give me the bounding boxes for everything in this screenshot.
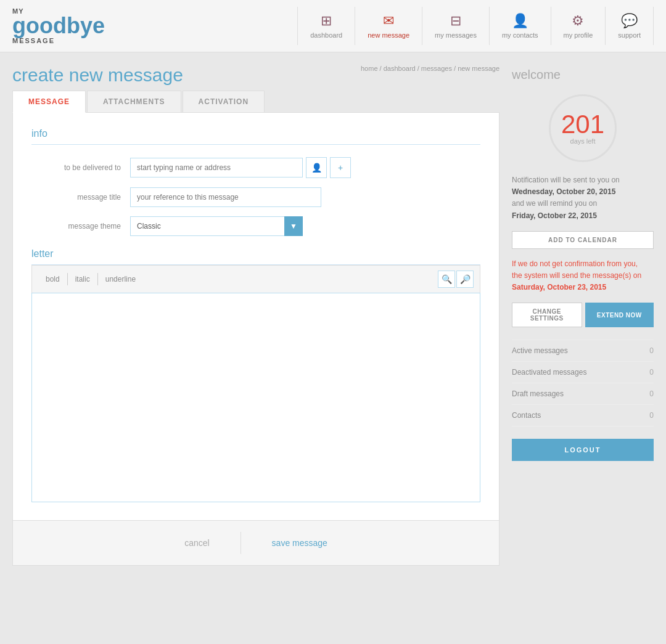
change-settings-button[interactable]: CHANGE SETTINGS (512, 303, 582, 327)
stats-row-contacts: Contacts 0 (512, 405, 654, 426)
notification-line2: and we will remind you on (512, 199, 597, 208)
message-editor[interactable] (31, 293, 480, 502)
recipient-row: 👤 + (130, 157, 351, 178)
add-plus-btn[interactable]: + (330, 157, 351, 178)
nav-my-messages[interactable]: ⊟ my messages (422, 7, 489, 45)
warning-date: Saturday, October 23, 2015 (512, 283, 606, 291)
recipient-input[interactable] (130, 158, 303, 177)
stats-deactivated-count: 0 (649, 368, 654, 377)
settings-row: CHANGE SETTINGS EXTEND NOW (512, 303, 654, 327)
letter-section: letter bold italic underline 🔍 🔎 (31, 248, 480, 505)
stats-contacts-label: Contacts (512, 411, 541, 420)
my-messages-icon: ⊟ (450, 13, 461, 29)
form-panel: info to be delivered to 👤 + message titl… (12, 112, 500, 521)
days-label: days left (570, 137, 596, 145)
notification-date1: Wednesday, October 20, 2015 (512, 187, 615, 196)
welcome-text: welcome (512, 68, 654, 82)
page-title: create new message (12, 65, 183, 86)
notification-info: Notification will be sent to you on Wedn… (512, 174, 654, 222)
stats-active-label: Active messages (512, 346, 568, 355)
warning-info: If we do not get confirmation from you, … (512, 258, 654, 294)
save-message-button[interactable]: save message (241, 532, 358, 554)
logo-goodbye: goodbye (12, 13, 105, 38)
stats-draft-label: Draft messages (512, 389, 564, 398)
to-label: to be delivered to (31, 163, 130, 172)
add-to-calendar-button[interactable]: ADD TO CALENDAR (512, 231, 654, 249)
dashboard-icon: ⊞ (321, 13, 332, 29)
nav-my-contacts-label: my contacts (502, 31, 538, 39)
header: MY goodbye MESSAGE ⊞ dashboard ✉ new mes… (0, 0, 666, 52)
nav-support-label: support (618, 31, 641, 39)
my-profile-icon: ⚙ (572, 13, 584, 29)
message-title-row: message title (31, 187, 480, 207)
tab-message[interactable]: MESSAGE (12, 91, 86, 113)
support-icon: 💬 (621, 13, 638, 29)
stats-active-count: 0 (649, 346, 654, 355)
logout-button[interactable]: LOGOUT (512, 439, 654, 461)
logo: MY goodbye MESSAGE (12, 8, 136, 44)
add-contact-icon-btn[interactable]: 👤 (306, 157, 327, 178)
stats-contacts-count: 0 (649, 411, 654, 420)
theme-select-wrapper: Classic Modern Elegant Simple ▼ (130, 216, 303, 236)
letter-title: letter (31, 248, 480, 265)
bottom-bar: cancel save message (12, 521, 500, 566)
to-row: to be delivered to 👤 + (31, 157, 480, 178)
theme-select[interactable]: Classic Modern Elegant Simple (130, 216, 303, 236)
zoom-buttons: 🔍 🔎 (438, 271, 474, 288)
nav-dashboard-label: dashboard (310, 31, 342, 39)
tab-attachments[interactable]: ATTACHMENTS (87, 91, 181, 113)
stats-row-draft: Draft messages 0 (512, 383, 654, 405)
warning-line2: the system will send the message(s) on (512, 271, 641, 280)
notification-date2: Friday, October 22, 2015 (512, 211, 597, 220)
notification-line1: Notification will be sent to you on (512, 176, 620, 184)
underline-btn[interactable]: underline (98, 273, 143, 285)
days-number: 201 (561, 112, 604, 137)
info-section-title: info (31, 128, 480, 145)
new-message-icon: ✉ (383, 13, 394, 29)
main-container: create new message home / dashboard / me… (0, 52, 666, 578)
message-theme-row: message theme Classic Modern Elegant Sim… (31, 216, 480, 236)
zoom-out-btn[interactable]: 🔎 (456, 271, 474, 288)
sidebar: welcome 201 days left Notification will … (512, 65, 654, 566)
tab-bar: MESSAGE ATTACHMENTS ACTIVATION (12, 91, 500, 113)
nav-my-messages-label: my messages (435, 31, 477, 39)
message-title-label: message title (31, 193, 130, 202)
nav-dashboard[interactable]: ⊞ dashboard (297, 7, 355, 45)
main-nav: ⊞ dashboard ✉ new message ⊟ my messages … (136, 7, 654, 45)
extend-now-button[interactable]: EXTEND NOW (585, 303, 654, 327)
italic-btn[interactable]: italic (68, 273, 98, 285)
nav-support[interactable]: 💬 support (605, 7, 654, 45)
message-theme-label: message theme (31, 222, 130, 230)
stats-draft-count: 0 (649, 389, 654, 398)
nav-new-message[interactable]: ✉ new message (355, 7, 422, 45)
nav-new-message-label: new message (368, 31, 409, 39)
bold-btn[interactable]: bold (38, 273, 68, 285)
tab-activation[interactable]: ACTIVATION (183, 91, 265, 113)
stats-row-active: Active messages 0 (512, 340, 654, 362)
message-title-input[interactable] (130, 187, 321, 207)
nav-my-contacts[interactable]: 👤 my contacts (489, 7, 551, 45)
days-circle: 201 days left (549, 94, 617, 162)
nav-my-profile-label: my profile (564, 31, 593, 39)
editor-toolbar: bold italic underline 🔍 🔎 (31, 265, 480, 293)
stats-deactivated-label: Deactivated messages (512, 368, 586, 377)
stats-row-deactivated: Deactivated messages 0 (512, 362, 654, 383)
nav-my-profile[interactable]: ⚙ my profile (551, 7, 606, 45)
warning-line1: If we do not get confirmation from you, (512, 259, 638, 268)
stats-list: Active messages 0 Deactivated messages 0… (512, 340, 654, 426)
breadcrumb: home / dashboard / messages / new messag… (361, 65, 500, 72)
my-contacts-icon: 👤 (512, 13, 528, 29)
zoom-in-btn[interactable]: 🔍 (438, 271, 455, 288)
cancel-button[interactable]: cancel (154, 532, 240, 554)
content-area: create new message home / dashboard / me… (12, 65, 500, 566)
